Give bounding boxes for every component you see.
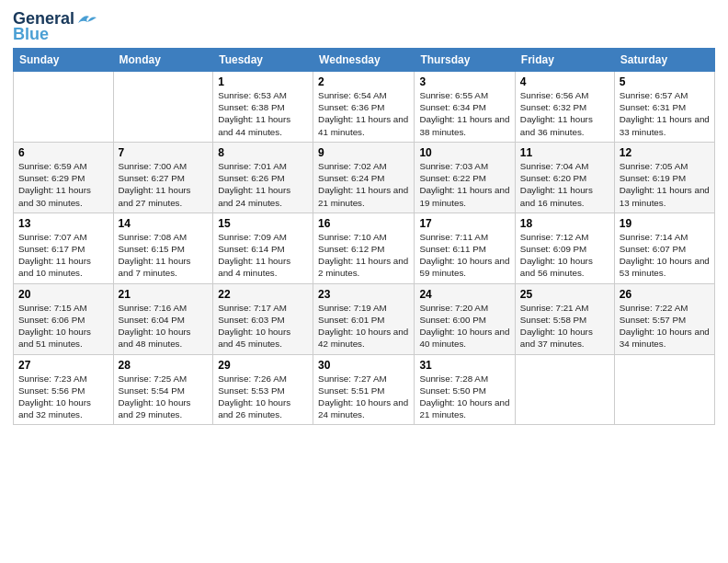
col-header-monday: Monday (113, 49, 213, 72)
day-number: 27 (18, 359, 108, 372)
day-number: 26 (620, 288, 710, 301)
day-number: 9 (318, 146, 409, 159)
calendar-cell: 26Sunrise: 7:22 AM Sunset: 5:57 PM Dayli… (614, 283, 714, 354)
day-info: Sunrise: 7:02 AM Sunset: 6:24 PM Dayligh… (318, 160, 409, 209)
calendar-cell: 5Sunrise: 6:57 AM Sunset: 6:31 PM Daylig… (614, 72, 714, 143)
day-info: Sunrise: 7:15 AM Sunset: 6:06 PM Dayligh… (18, 302, 108, 350)
day-info: Sunrise: 7:12 AM Sunset: 6:09 PM Dayligh… (520, 231, 609, 280)
calendar-cell: 4Sunrise: 6:56 AM Sunset: 6:32 PM Daylig… (515, 72, 614, 143)
calendar-cell: 8Sunrise: 7:01 AM Sunset: 6:26 PM Daylig… (213, 142, 313, 213)
col-header-thursday: Thursday (415, 49, 515, 72)
day-number: 24 (419, 288, 509, 301)
day-number: 3 (419, 75, 509, 88)
calendar-cell: 15Sunrise: 7:09 AM Sunset: 6:14 PM Dayli… (213, 213, 313, 283)
day-info: Sunrise: 7:10 AM Sunset: 6:12 PM Dayligh… (318, 231, 409, 280)
day-info: Sunrise: 7:26 AM Sunset: 5:53 PM Dayligh… (218, 373, 308, 421)
day-number: 25 (520, 288, 609, 301)
day-number: 6 (18, 146, 108, 159)
day-number: 2 (318, 75, 409, 88)
calendar-cell: 23Sunrise: 7:19 AM Sunset: 6:01 PM Dayli… (313, 283, 415, 354)
day-number: 12 (620, 146, 710, 159)
day-info: Sunrise: 7:08 AM Sunset: 6:15 PM Dayligh… (119, 231, 209, 280)
day-number: 8 (218, 146, 308, 159)
calendar-cell: 16Sunrise: 7:10 AM Sunset: 6:12 PM Dayli… (313, 213, 415, 283)
day-number: 19 (620, 217, 710, 230)
calendar-cell: 2Sunrise: 6:54 AM Sunset: 6:36 PM Daylig… (313, 72, 415, 143)
day-number: 15 (218, 217, 308, 230)
calendar-cell: 10Sunrise: 7:03 AM Sunset: 6:22 PM Dayli… (415, 142, 515, 213)
day-number: 22 (218, 288, 308, 301)
day-number: 30 (318, 359, 409, 372)
day-info: Sunrise: 7:22 AM Sunset: 5:57 PM Dayligh… (620, 302, 710, 350)
calendar-cell (113, 72, 213, 143)
day-info: Sunrise: 7:01 AM Sunset: 6:26 PM Dayligh… (218, 160, 308, 209)
day-number: 13 (18, 217, 108, 230)
day-number: 11 (520, 146, 609, 159)
col-header-saturday: Saturday (614, 49, 714, 72)
day-info: Sunrise: 7:25 AM Sunset: 5:54 PM Dayligh… (119, 373, 209, 421)
calendar-cell: 20Sunrise: 7:15 AM Sunset: 6:06 PM Dayli… (14, 283, 114, 354)
day-number: 1 (218, 75, 308, 88)
calendar-cell: 27Sunrise: 7:23 AM Sunset: 5:56 PM Dayli… (14, 354, 114, 425)
week-row-3: 20Sunrise: 7:15 AM Sunset: 6:06 PM Dayli… (14, 283, 715, 354)
day-number: 10 (419, 146, 509, 159)
day-number: 31 (419, 359, 509, 372)
day-number: 16 (318, 217, 409, 230)
calendar-cell: 31Sunrise: 7:28 AM Sunset: 5:50 PM Dayli… (415, 354, 515, 425)
calendar-cell: 14Sunrise: 7:08 AM Sunset: 6:15 PM Dayli… (113, 213, 213, 283)
calendar-cell: 19Sunrise: 7:14 AM Sunset: 6:07 PM Dayli… (614, 213, 714, 283)
day-info: Sunrise: 7:00 AM Sunset: 6:27 PM Dayligh… (119, 160, 209, 209)
day-number: 28 (119, 359, 209, 372)
calendar-cell: 28Sunrise: 7:25 AM Sunset: 5:54 PM Dayli… (113, 354, 213, 425)
day-number: 29 (218, 359, 308, 372)
week-row-0: 1Sunrise: 6:53 AM Sunset: 6:38 PM Daylig… (14, 72, 715, 143)
day-info: Sunrise: 7:09 AM Sunset: 6:14 PM Dayligh… (218, 231, 308, 280)
day-number: 18 (520, 217, 609, 230)
day-info: Sunrise: 7:19 AM Sunset: 6:01 PM Dayligh… (318, 302, 409, 350)
day-info: Sunrise: 7:20 AM Sunset: 6:00 PM Dayligh… (419, 302, 509, 350)
day-info: Sunrise: 6:59 AM Sunset: 6:29 PM Dayligh… (18, 160, 108, 209)
col-header-tuesday: Tuesday (213, 49, 313, 72)
calendar-cell: 1Sunrise: 6:53 AM Sunset: 6:38 PM Daylig… (213, 72, 313, 143)
calendar-cell: 3Sunrise: 6:55 AM Sunset: 6:34 PM Daylig… (415, 72, 515, 143)
day-info: Sunrise: 7:16 AM Sunset: 6:04 PM Dayligh… (119, 302, 209, 350)
day-number: 21 (119, 288, 209, 301)
calendar-header-row: SundayMondayTuesdayWednesdayThursdayFrid… (14, 49, 715, 72)
col-header-sunday: Sunday (14, 49, 114, 72)
calendar-cell: 29Sunrise: 7:26 AM Sunset: 5:53 PM Dayli… (213, 354, 313, 425)
calendar-cell: 9Sunrise: 7:02 AM Sunset: 6:24 PM Daylig… (313, 142, 415, 213)
day-number: 23 (318, 288, 409, 301)
day-number: 7 (119, 146, 209, 159)
day-info: Sunrise: 7:28 AM Sunset: 5:50 PM Dayligh… (419, 373, 509, 421)
calendar-cell: 25Sunrise: 7:21 AM Sunset: 5:58 PM Dayli… (515, 283, 614, 354)
day-info: Sunrise: 7:17 AM Sunset: 6:03 PM Dayligh… (218, 302, 308, 350)
day-info: Sunrise: 7:04 AM Sunset: 6:20 PM Dayligh… (520, 160, 609, 209)
day-number: 14 (119, 217, 209, 230)
header: General Blue (13, 9, 715, 44)
day-info: Sunrise: 7:07 AM Sunset: 6:17 PM Dayligh… (18, 231, 108, 280)
calendar-cell (14, 72, 114, 143)
calendar-cell: 24Sunrise: 7:20 AM Sunset: 6:00 PM Dayli… (415, 283, 515, 354)
col-header-wednesday: Wednesday (313, 49, 415, 72)
calendar-cell (614, 354, 714, 425)
calendar-cell: 22Sunrise: 7:17 AM Sunset: 6:03 PM Dayli… (213, 283, 313, 354)
logo-bird-icon (76, 12, 97, 27)
day-info: Sunrise: 6:57 AM Sunset: 6:31 PM Dayligh… (620, 89, 710, 138)
calendar-cell: 11Sunrise: 7:04 AM Sunset: 6:20 PM Dayli… (515, 142, 614, 213)
calendar-table: SundayMondayTuesdayWednesdayThursdayFrid… (13, 48, 715, 425)
day-number: 4 (520, 75, 609, 88)
week-row-2: 13Sunrise: 7:07 AM Sunset: 6:17 PM Dayli… (14, 213, 715, 283)
week-row-4: 27Sunrise: 7:23 AM Sunset: 5:56 PM Dayli… (14, 354, 715, 425)
day-info: Sunrise: 6:53 AM Sunset: 6:38 PM Dayligh… (218, 89, 308, 138)
logo-blue-text: Blue (13, 25, 49, 44)
day-info: Sunrise: 7:05 AM Sunset: 6:19 PM Dayligh… (620, 160, 710, 209)
day-number: 5 (620, 75, 710, 88)
week-row-1: 6Sunrise: 6:59 AM Sunset: 6:29 PM Daylig… (14, 142, 715, 213)
calendar-cell: 6Sunrise: 6:59 AM Sunset: 6:29 PM Daylig… (14, 142, 114, 213)
day-info: Sunrise: 7:03 AM Sunset: 6:22 PM Dayligh… (419, 160, 509, 209)
calendar-cell (515, 354, 614, 425)
calendar-cell: 30Sunrise: 7:27 AM Sunset: 5:51 PM Dayli… (313, 354, 415, 425)
day-info: Sunrise: 6:56 AM Sunset: 6:32 PM Dayligh… (520, 89, 609, 138)
day-info: Sunrise: 7:27 AM Sunset: 5:51 PM Dayligh… (318, 373, 409, 421)
col-header-friday: Friday (515, 49, 614, 72)
